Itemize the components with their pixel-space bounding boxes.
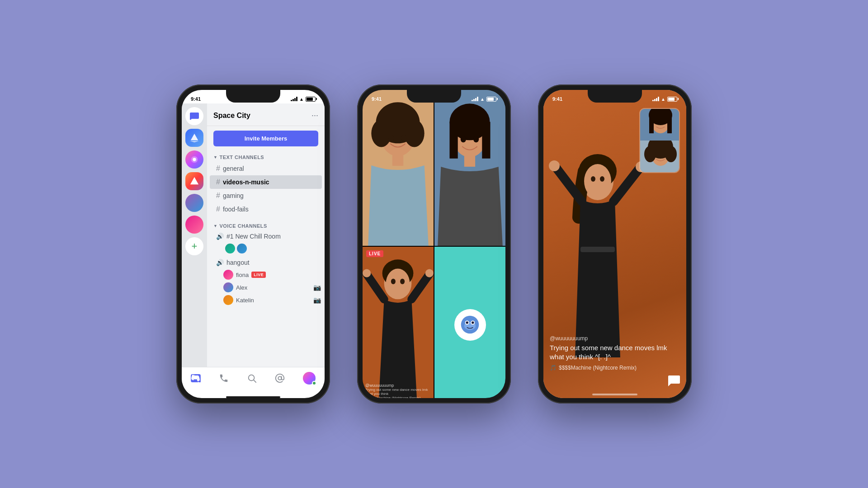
pip-bottom <box>640 141 679 172</box>
vc-member-name-fiona: fiona <box>236 272 249 278</box>
svg-point-4 <box>278 376 281 380</box>
stream-song: 🎵 $$$$Machine (Nightcore Remix) <box>550 365 680 371</box>
notch-2 <box>407 90 461 103</box>
vc-member-fiona[interactable]: fiona LIVE <box>207 268 325 281</box>
vc-avatar-2 <box>237 244 247 253</box>
wifi-icon-2: ▲ <box>480 97 485 102</box>
speaker-icon-2: 🔊 <box>216 259 224 266</box>
phone-1-screen: 9:41 ▲ <box>182 90 325 398</box>
svg-point-53 <box>662 119 665 124</box>
phone-3-screen: 9:41 ▲ <box>543 90 686 398</box>
svg-point-45 <box>591 176 595 182</box>
server-icon-5[interactable] <box>185 216 203 234</box>
svg-line-3 <box>254 380 256 382</box>
svg-point-26 <box>363 269 371 277</box>
home-indicator-1 <box>226 396 280 398</box>
video-song: ♫ $$$$Machine (Nightcore Remix) <box>365 396 431 398</box>
message-icon-stream[interactable] <box>668 375 680 389</box>
vc-avatar-fiona <box>223 270 233 280</box>
vc-avatar-1 <box>225 244 235 253</box>
server-sidebar: + <box>182 103 207 367</box>
text-channels-header: ▼ TEXT CHANNELS <box>207 151 325 162</box>
vc-member-name-katelin: Katelin <box>236 297 254 304</box>
svg-point-58 <box>665 146 677 162</box>
pip-container <box>639 108 680 173</box>
server-icon-2[interactable] <box>185 150 203 169</box>
nav-profile[interactable] <box>303 372 316 385</box>
video-grid: LIVE @wuuuuuuump Trying out some new dan… <box>363 90 505 398</box>
frog-avatar <box>460 314 480 335</box>
channel-header: Space City ··· <box>207 103 325 126</box>
channel-name-gaming: gaming <box>223 192 244 199</box>
video-cell-4 <box>434 247 505 398</box>
vc-chill-room[interactable]: 🔊 #1 New Chill Room <box>210 230 322 242</box>
svg-point-27 <box>425 269 434 277</box>
dm-icon[interactable] <box>185 107 203 125</box>
svg-rect-10 <box>392 153 403 166</box>
phone-2-screen: 9:41 ▲ <box>363 90 505 398</box>
person-svg-2 <box>434 90 505 246</box>
channel-food-fails[interactable]: # food-fails <box>210 202 322 216</box>
music-icon-video: ♫ <box>365 396 368 398</box>
channel-name-food: food-fails <box>223 206 249 213</box>
live-overlay: LIVE <box>366 250 383 257</box>
vc-hangout[interactable]: 🔊 hangout <box>210 257 322 268</box>
status-time-2: 9:41 <box>372 96 382 102</box>
add-server-button[interactable]: + <box>185 237 203 255</box>
stream-username: @wuuuuuuump <box>550 335 680 342</box>
music-icon-stream: 🎵 <box>550 365 557 371</box>
vc-name-hangout: hangout <box>226 259 250 266</box>
svg-rect-18 <box>464 154 475 167</box>
vc-avatar-alex <box>223 282 233 292</box>
status-time-3: 9:41 <box>552 96 562 102</box>
pip-top <box>640 109 679 141</box>
server-name: Space City <box>213 112 250 120</box>
nav-search[interactable] <box>247 373 257 383</box>
phones-container: 9:41 ▲ <box>0 0 868 488</box>
status-right-3: ▲ <box>652 97 677 102</box>
hash-icon-gaming: # <box>216 192 220 200</box>
channel-name-videos: videos-n-music <box>223 178 269 186</box>
nav-discord[interactable] <box>191 374 201 382</box>
video-desc: Trying out some new dance moves lmk what… <box>365 388 431 396</box>
channel-general[interactable]: # general <box>210 162 322 175</box>
notch-1 <box>226 90 280 103</box>
video-cell-3: LIVE @wuuuuuuump Trying out some new dan… <box>363 247 434 398</box>
bottom-nav <box>182 367 325 394</box>
server-icon-1[interactable] <box>185 129 203 147</box>
svg-point-20 <box>473 136 479 142</box>
more-options-button[interactable]: ··· <box>311 111 318 120</box>
discord-layout: 9:41 ▲ <box>182 90 325 398</box>
svg-point-59 <box>656 152 659 156</box>
camera-off-icon-katelin: 📷 <box>313 296 321 304</box>
svg-rect-39 <box>580 247 615 252</box>
svg-point-35 <box>466 321 468 324</box>
channel-scroll[interactable]: ▼ TEXT CHANNELS # general # videos-n-mus… <box>207 151 325 367</box>
vc-member-alex[interactable]: Alex 📷 <box>207 281 325 294</box>
status-time-1: 9:41 <box>191 96 201 102</box>
vc-avatar-katelin <box>223 295 233 305</box>
channel-gaming[interactable]: # gaming <box>210 189 322 202</box>
voice-channels-header: ▼ VOICE CHANNELS <box>207 220 325 230</box>
wifi-icon-1: ▲ <box>299 97 304 102</box>
svg-line-42 <box>613 169 639 202</box>
invite-members-button[interactable]: Invite Members <box>213 131 318 146</box>
discord-body: + Space City ··· Invite Members <box>182 103 325 367</box>
server-icon-3[interactable] <box>185 172 203 190</box>
channel-list: Space City ··· Invite Members ▼ TEXT CHA… <box>207 103 325 367</box>
notch-3 <box>588 90 642 103</box>
nav-phone[interactable] <box>219 373 229 383</box>
vc-member-name-alex: Alex <box>236 284 247 291</box>
stream-description: Trying out some new dance moves lmk what… <box>550 343 680 361</box>
svg-point-29 <box>391 279 396 284</box>
dancer-svg-3 <box>548 141 647 357</box>
hash-icon-videos: # <box>216 178 220 186</box>
server-icon-4[interactable] <box>185 194 203 212</box>
vc-name-chill: #1 New Chill Room <box>226 233 281 240</box>
svg-point-1 <box>193 158 196 161</box>
battery-icon-2 <box>486 97 496 102</box>
vc-member-katelin[interactable]: Katelin 📷 <box>207 294 325 306</box>
channel-videos-n-music[interactable]: # videos-n-music <box>210 175 322 189</box>
svg-rect-16 <box>449 122 458 159</box>
nav-at[interactable] <box>275 373 285 383</box>
